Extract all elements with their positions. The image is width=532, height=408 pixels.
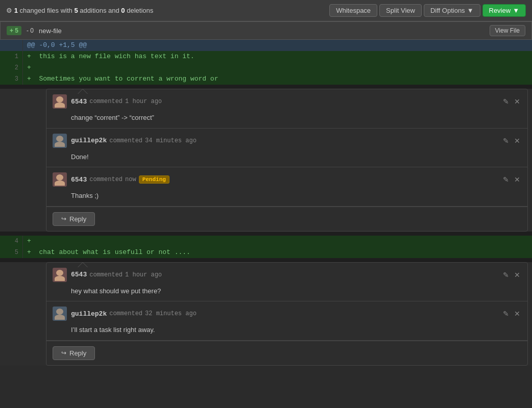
changed-files-info: ⚙ 1 changed files with 5 additions and 0…: [6, 7, 324, 14]
comment-5-author: guillep2k: [71, 310, 107, 318]
comment-2-header: guillep2k commented 34 minutes ago ✎ ✕: [53, 134, 521, 148]
diff-area: @@ -0,0 +1,5 @@ 1 + this is a new file w…: [0, 40, 532, 366]
reply-icon-1: ↩: [61, 215, 66, 222]
comment-1-header: 6543 commented 1 hour ago ✎ ✕: [53, 94, 521, 109]
comment-1: 6543 commented 1 hour ago ✎ ✕ change “co…: [46, 89, 527, 129]
comment-2-time: 34 minutes ago: [145, 137, 197, 144]
edit-button-1[interactable]: ✎: [502, 97, 510, 106]
additions-count: 5: [74, 7, 78, 14]
thread2: 6543 commented 1 hour ago ✎ ✕ hey what s…: [46, 262, 528, 366]
comment-3-action: commented: [89, 176, 123, 183]
view-file-button[interactable]: View File: [490, 25, 525, 36]
reply-icon-2: ↩: [61, 349, 66, 356]
file-header: + 5 - 0 new-file View File: [0, 21, 532, 40]
reply-section-2: ↩ Reply: [46, 341, 527, 365]
comment-3-time: now: [125, 176, 136, 183]
edit-button-3[interactable]: ✎: [502, 175, 510, 184]
avatar-6543-1: [53, 94, 67, 109]
comment-2-action: commented: [109, 137, 142, 144]
comment-5-header: guillep2k commented 32 minutes ago ✎ ✕: [53, 307, 521, 321]
comment-5-time: 32 minutes ago: [145, 310, 197, 317]
comment-4-author: 6543: [71, 271, 87, 278]
comment-1-meta: 6543 commented 1 hour ago: [71, 98, 498, 106]
delete-button-4[interactable]: ✕: [513, 270, 521, 279]
file-name: new-file: [39, 27, 62, 35]
comment-4-header: 6543 commented 1 hour ago ✎ ✕: [53, 268, 521, 282]
delete-button-1[interactable]: ✕: [513, 97, 521, 106]
chevron-down-icon: ▼: [513, 7, 519, 14]
edit-button-5[interactable]: ✎: [502, 309, 510, 318]
comment-1-time: 1 hour ago: [125, 98, 162, 105]
comment-5-action: commented: [109, 310, 142, 317]
thread2-container: 6543 commented 1 hour ago ✎ ✕ hey what s…: [0, 262, 532, 366]
comment-2-author: guillep2k: [71, 137, 107, 144]
reply-button-1[interactable]: ↩ Reply: [53, 212, 95, 226]
hunk-header: @@ -0,0 +1,5 @@: [0, 40, 532, 51]
additions-badge: + 5: [7, 26, 21, 35]
delete-button-2[interactable]: ✕: [513, 136, 521, 145]
comment-3: 6543 commented now Pending ✎ ✕ Thanks ;): [46, 167, 527, 207]
diff-line-3: 3 + Sometimes you want to corrent a wron…: [0, 73, 532, 85]
deletions-count: 0: [121, 7, 125, 14]
whitespace-button[interactable]: Whitespace: [329, 4, 377, 17]
comment-1-body: change “corrent” -> “correct”: [53, 113, 521, 123]
comment-3-actions: ✎ ✕: [502, 175, 521, 184]
avatar-6543-3: [53, 268, 67, 282]
review-button[interactable]: Review ▼: [482, 4, 526, 17]
edit-button-4[interactable]: ✎: [502, 270, 510, 279]
comment-4-action: commented: [89, 271, 123, 278]
comment-5-body: I’ll start a task list right away.: [53, 325, 521, 335]
edit-button-2[interactable]: ✎: [502, 136, 510, 145]
comment-2-actions: ✎ ✕: [502, 136, 521, 145]
hunk-header-content: @@ -0,0 +1,5 @@: [23, 40, 532, 51]
comment-4-actions: ✎ ✕: [502, 270, 521, 279]
diff-line-4: 4 +: [0, 236, 532, 247]
comment-4-time: 1 hour ago: [125, 271, 162, 278]
comment-4-meta: 6543 commented 1 hour ago: [71, 271, 498, 278]
diff-line-1: 1 + this is a new file wich has text in …: [0, 51, 532, 62]
comment-5: guillep2k commented 32 minutes ago ✎ ✕ I…: [46, 301, 527, 341]
top-bar: ⚙ 1 changed files with 5 additions and 0…: [0, 0, 532, 21]
split-view-button[interactable]: Split View: [379, 4, 422, 17]
reply-section-1: ↩ Reply: [46, 207, 527, 231]
comment-3-header: 6543 commented now Pending ✎ ✕: [53, 172, 521, 187]
comment-2: guillep2k commented 34 minutes ago ✎ ✕ D…: [46, 129, 527, 168]
avatar-guillep2k-1: [53, 134, 67, 148]
avatar-guillep2k-2: [53, 307, 67, 321]
deletions-badge: - 0: [27, 27, 34, 34]
chevron-down-icon: ▼: [467, 7, 474, 14]
delete-button-5[interactable]: ✕: [513, 309, 521, 318]
diff-line-2: 2 +: [0, 62, 532, 73]
comment-1-author: 6543: [71, 98, 87, 106]
comment-3-author: 6543: [71, 176, 87, 184]
delete-button-3[interactable]: ✕: [513, 175, 521, 184]
reply-button-2[interactable]: ↩ Reply: [53, 346, 95, 360]
thread-arrow-inner: [78, 89, 87, 94]
comment-3-meta: 6543 commented now Pending: [71, 175, 498, 184]
avatar-6543-2: [53, 172, 67, 187]
comment-5-meta: guillep2k commented 32 minutes ago: [71, 310, 498, 318]
comment-1-action: commented: [89, 98, 123, 105]
diff-line-5: 5 + chat about what is usefull or not ..…: [0, 247, 532, 258]
comment-2-body: Done!: [53, 152, 521, 162]
comment-4-body: hey what should we put there?: [53, 286, 521, 296]
comment-5-actions: ✎ ✕: [502, 309, 521, 318]
thread2-arrow-inner: [78, 263, 87, 267]
comment-2-meta: guillep2k commented 34 minutes ago: [71, 137, 498, 144]
toolbar-buttons: Whitespace Split View Diff Options ▼ Rev…: [329, 4, 526, 17]
changed-count: 1: [14, 7, 18, 14]
comment-4: 6543 commented 1 hour ago ✎ ✕ hey what s…: [46, 263, 527, 302]
diff-options-button[interactable]: Diff Options ▼: [424, 4, 480, 17]
thread1: 6543 commented 1 hour ago ✎ ✕ change “co…: [46, 89, 528, 232]
pending-badge-1: Pending: [139, 175, 170, 184]
thread1-container: 6543 commented 1 hour ago ✎ ✕ change “co…: [0, 89, 532, 232]
comment-1-actions: ✎ ✕: [502, 97, 521, 106]
comment-3-body: Thanks ;): [53, 191, 521, 201]
